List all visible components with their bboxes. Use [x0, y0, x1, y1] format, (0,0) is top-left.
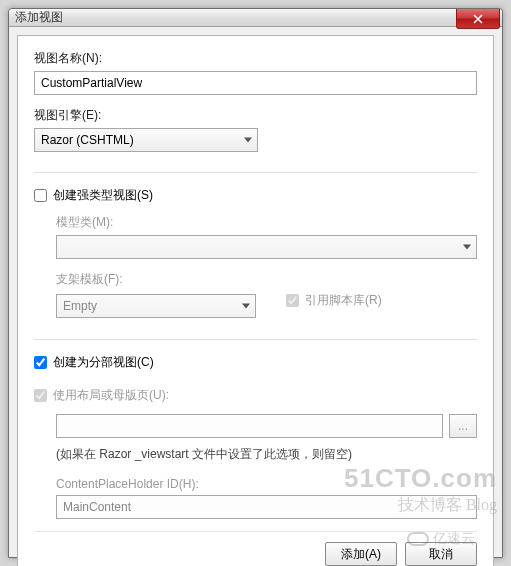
- partial-view-row: 创建为分部视图(C): [34, 354, 477, 371]
- separator-2: [34, 339, 477, 340]
- window-title: 添加视图: [15, 9, 63, 26]
- browse-label: ...: [458, 419, 468, 433]
- add-button[interactable]: 添加(A): [325, 542, 397, 566]
- layout-section: ... (如果在 Razor _viewstart 文件中设置了此选项，则留空)…: [34, 414, 477, 531]
- scaffold-label: 支架模板(F):: [56, 271, 477, 288]
- cancel-button[interactable]: 取消: [405, 542, 477, 566]
- view-name-label: 视图名称(N):: [34, 50, 477, 67]
- separator-1: [34, 172, 477, 173]
- close-button[interactable]: [456, 9, 500, 29]
- view-engine-combo[interactable]: Razor (CSHTML): [34, 128, 258, 152]
- dialog-footer: 添加(A) 取消: [34, 531, 477, 566]
- strongly-typed-section: 模型类(M): 支架模板(F): Empty 引用脚本库(R): [34, 214, 477, 331]
- titlebar[interactable]: 添加视图: [9, 9, 502, 27]
- layout-path-input: [56, 414, 443, 438]
- scaffold-value: Empty: [56, 294, 256, 318]
- strongly-typed-label: 创建强类型视图(S): [53, 187, 153, 204]
- scaffold-combo[interactable]: Empty: [56, 294, 256, 318]
- partial-view-label: 创建为分部视图(C): [53, 354, 154, 371]
- layout-hint: (如果在 Razor _viewstart 文件中设置了此选项，则留空): [56, 446, 477, 463]
- model-class-value: [56, 235, 477, 259]
- dialog-content: 视图名称(N): 视图引擎(E): Razor (CSHTML) 创建强类型视图…: [17, 35, 494, 566]
- use-layout-label: 使用布局或母版页(U):: [53, 387, 169, 404]
- model-class-combo[interactable]: [56, 235, 477, 259]
- model-class-group: 模型类(M):: [56, 214, 477, 259]
- use-layout-row: 使用布局或母版页(U):: [34, 387, 477, 404]
- close-icon: [473, 14, 483, 24]
- use-layout-checkbox: [34, 389, 47, 402]
- content-placeholder-group: ContentPlaceHolder ID(H):: [56, 477, 477, 519]
- reference-script-checkbox: [286, 294, 299, 307]
- strongly-typed-checkbox[interactable]: [34, 189, 47, 202]
- model-class-label: 模型类(M):: [56, 214, 477, 231]
- content-placeholder-input: [56, 495, 477, 519]
- view-engine-group: 视图引擎(E): Razor (CSHTML): [34, 107, 477, 152]
- dialog-window: 添加视图 视图名称(N): 视图引擎(E): Razor (CSHTML) 创建…: [8, 8, 503, 558]
- reference-script-row: 引用脚本库(R): [286, 292, 382, 309]
- browse-button: ...: [449, 414, 477, 438]
- layout-path-row: ...: [56, 414, 477, 438]
- scaffold-group: 支架模板(F): Empty 引用脚本库(R): [56, 271, 477, 319]
- view-engine-value: Razor (CSHTML): [34, 128, 258, 152]
- view-name-group: 视图名称(N):: [34, 50, 477, 95]
- partial-view-checkbox[interactable]: [34, 356, 47, 369]
- view-name-input[interactable]: [34, 71, 477, 95]
- view-engine-label: 视图引擎(E):: [34, 107, 477, 124]
- reference-script-label: 引用脚本库(R): [305, 292, 382, 309]
- strongly-typed-row: 创建强类型视图(S): [34, 187, 477, 204]
- content-placeholder-label: ContentPlaceHolder ID(H):: [56, 477, 477, 491]
